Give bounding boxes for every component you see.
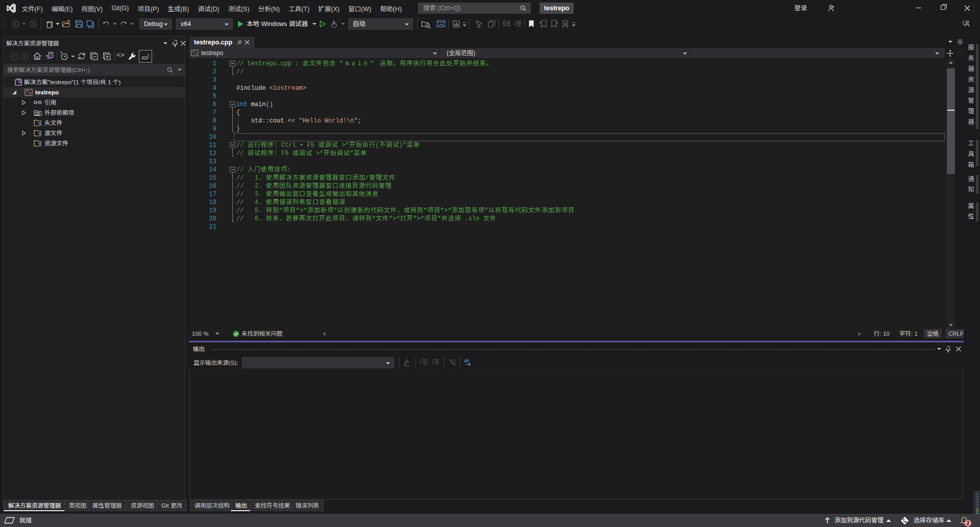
svg-text:ab: ab [464,358,469,363]
